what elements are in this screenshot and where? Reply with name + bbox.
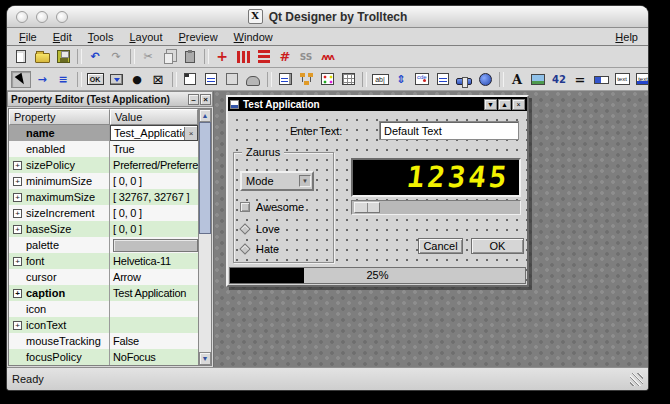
combo-box-tool[interactable]: cde [412,71,432,88]
hate-radio[interactable]: Hate [240,243,279,255]
form-window[interactable]: Test Application ▼ ▲ × Enter Text: Zauru… [226,95,529,287]
expander-icon[interactable]: + [13,193,22,202]
property-value-cell[interactable]: Preferred/Preferred [110,157,198,173]
awesome-checkbox[interactable]: Awesome [240,201,304,213]
label-tool[interactable]: A [507,71,527,88]
property-value-cell[interactable]: Arrow [110,269,198,285]
undo-button[interactable]: ↶ [85,48,105,65]
save-button[interactable] [53,48,73,65]
menu-item[interactable]: Tools [80,30,122,44]
form-close-button[interactable]: × [512,99,525,110]
layout-vertical-button[interactable] [254,48,274,65]
tab-order-button[interactable]: ≡ [53,71,73,88]
property-row-font[interactable]: +fontHelvetica-11 [9,253,198,269]
expander-icon[interactable]: + [13,177,22,186]
paste-button[interactable] [180,48,200,65]
expander-icon[interactable]: + [13,209,22,218]
property-value-cell[interactable]: [ 0, 0 ] [110,173,198,189]
radio-diamond-icon[interactable] [239,223,250,234]
window-titlebar[interactable]: X Qt Designer by Trolltech [7,6,648,28]
property-name-cell[interactable]: +maximumSize [9,189,110,205]
cancel-button[interactable]: Cancel [418,238,463,254]
mode-combobox[interactable]: Mode ▼ [240,171,314,191]
value-editor-button[interactable]: × [184,127,197,140]
checkbox-box-icon[interactable] [240,202,250,212]
text-view-tool[interactable]: text [612,71,632,88]
property-value-cell[interactable]: [ 0, 0 ] [110,205,198,221]
scroll-up-icon[interactable]: ▲ [199,109,211,122]
resize-grip[interactable] [630,373,643,386]
slider-tool[interactable] [454,71,474,88]
cut-button[interactable]: ✂ [138,48,158,65]
property-row-enabled[interactable]: enabledTrue [9,141,198,157]
icon-view-tool[interactable] [317,71,337,88]
expander-icon[interactable]: + [13,321,22,330]
pixmap-label-tool[interactable] [528,71,548,88]
push-button-tool[interactable]: OK [85,71,105,88]
property-row-focusPolicy[interactable]: focusPolicyNoFocus [9,349,198,365]
widget-stack-tool[interactable] [243,71,263,88]
form-shade-down-button[interactable]: ▼ [484,99,497,110]
property-value-cell[interactable]: [ 0, 0 ] [110,221,198,237]
spin-box-tool[interactable]: ⇕ [391,71,411,88]
radio-button-tool[interactable]: ● [127,71,147,88]
property-value-cell[interactable]: NoFocus [110,349,198,365]
property-name-cell[interactable]: icon [9,301,110,317]
list-view-tool[interactable] [275,71,295,88]
property-value-cell[interactable]: True [110,141,198,157]
radio-diamond-icon[interactable] [239,243,250,254]
property-row-sizePolicy[interactable]: +sizePolicyPreferred/Preferred [9,157,198,173]
connect-signals-button[interactable]: → [32,71,52,88]
property-value-cell[interactable] [110,301,198,317]
property-value-cell[interactable] [110,237,198,253]
open-button[interactable] [32,48,52,65]
tool-button-tool[interactable] [106,71,126,88]
property-row-caption[interactable]: +captionTest Application [9,285,198,301]
lcd-number-tool[interactable]: 42 [549,71,569,88]
property-name-cell[interactable]: +font [9,253,110,269]
expander-icon[interactable]: + [13,257,22,266]
pointer-tool-button[interactable] [11,71,31,88]
progress-bar-tool[interactable] [591,71,611,88]
property-value-cell[interactable]: [ 32767, 32767 ] [110,189,198,205]
text-edit-tool[interactable] [433,71,453,88]
property-name-cell[interactable]: +minimumSize [9,173,110,189]
text-browser-tool[interactable]: text [633,71,648,88]
form-titlebar[interactable]: Test Application ▼ ▲ × [228,97,527,111]
property-name-cell[interactable]: mouseTracking [9,333,110,349]
property-name-cell[interactable]: palette [9,237,110,253]
property-name-cell[interactable]: focusPolicy [9,349,110,365]
progress-bar[interactable]: 25% [229,267,526,284]
menu-item[interactable]: Window [226,30,281,44]
property-row-baseSize[interactable]: +baseSize[ 0, 0 ] [9,221,198,237]
frame-tool[interactable] [222,71,242,88]
scrollbar-thumb[interactable] [199,122,211,234]
scroll-down-icon[interactable]: ▼ [199,352,211,365]
property-value-cell[interactable]: Test Application [110,285,198,301]
property-value-cell[interactable]: × [110,125,198,141]
property-row-minimumSize[interactable]: +minimumSize[ 0, 0 ] [9,173,198,189]
property-name-cell[interactable]: +caption [9,285,110,301]
panel-close-button[interactable]: × [200,94,211,105]
slider-handle[interactable] [354,202,380,213]
menu-item[interactable]: Edit [45,30,80,44]
property-editor-titlebar[interactable]: Property Editor (Test Application) – × [7,91,213,107]
break-layout-button[interactable]: ʌʌʌ [317,48,337,65]
property-value-cell[interactable] [110,317,198,333]
new-button[interactable] [11,48,31,65]
property-row-iconText[interactable]: +iconText [9,317,198,333]
property-name-cell[interactable]: name [9,125,110,141]
ok-button[interactable]: OK [471,238,524,254]
property-name-cell[interactable]: +iconText [9,317,110,333]
column-header-property[interactable]: Property [9,109,110,125]
adjust-size-button[interactable]: + [212,48,232,65]
panel-shade-button[interactable]: – [188,94,199,105]
property-name-cell[interactable]: +baseSize [9,221,110,237]
property-row-cursor[interactable]: cursorArrow [9,269,198,285]
property-table-scrollbar[interactable]: ▲ ▼ [198,109,211,365]
scrollbar-track[interactable] [199,234,211,352]
menu-item[interactable]: Layout [121,30,170,44]
property-name-cell[interactable]: enabled [9,141,110,157]
copy-button[interactable] [159,48,179,65]
check-box-tool[interactable]: ⊠ [148,71,168,88]
